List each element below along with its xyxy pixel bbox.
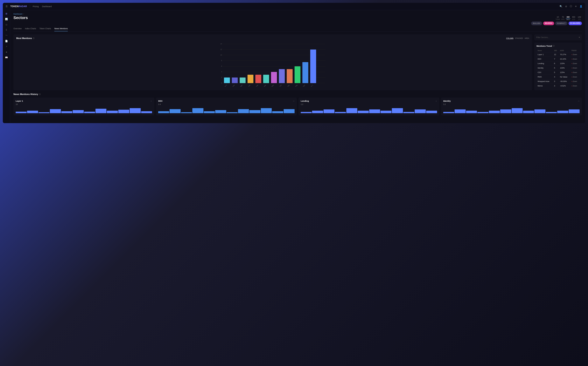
user-icon[interactable]: 👤 xyxy=(580,5,582,8)
svg-text:Stablecoins: Stablecoins xyxy=(244,84,251,87)
trend-cell-name: Meme xyxy=(536,84,553,88)
history-bar xyxy=(346,108,357,113)
tab-news-mentions[interactable]: News Mentions xyxy=(54,27,68,31)
tab-overview[interactable]: Overview xyxy=(13,27,22,31)
trend-info-icon[interactable]: ⓘ xyxy=(553,45,555,47)
main-layout: ⊞ 📊 ◎ $ 〜 📄 ↗ ◈ 📖 Dashboard / Sectors xyxy=(3,10,585,123)
trend-table: Name 30D Δ30D TREND Layer 1 12 70.27% ↘ xyxy=(536,49,580,88)
view-stacked[interactable]: STACKED xyxy=(515,37,523,39)
bar-chart-container: 0 2 4 6 8 10 12 14 xyxy=(16,42,529,87)
history-bar xyxy=(181,112,192,113)
history-bar xyxy=(158,111,169,113)
search-icon[interactable]: 🔍 xyxy=(560,5,562,8)
history-bar xyxy=(403,112,414,113)
history-bar xyxy=(301,112,312,113)
trend-down-arrow-icon: ↘ xyxy=(571,72,572,73)
tag-bullish[interactable]: BULLISH xyxy=(531,22,542,25)
history-info-icon[interactable]: ⓘ xyxy=(39,93,41,96)
trend-tbody: Layer 1 12 70.27% ↘ Down DEX 7 22.22% ↘ … xyxy=(536,52,580,88)
view-area[interactable]: AREA xyxy=(525,37,529,39)
svg-rect-21 xyxy=(263,75,269,83)
history-bar xyxy=(284,109,294,113)
history-sparkline xyxy=(443,107,580,113)
svg-text:2: 2 xyxy=(221,76,222,78)
history-bar xyxy=(261,108,272,113)
time-btn-90d[interactable]: 90D xyxy=(571,15,576,19)
history-card-arrow-icon[interactable]: → xyxy=(293,100,294,102)
svg-rect-20 xyxy=(255,75,261,83)
trend-cell-trend: ↘ Down xyxy=(570,57,580,61)
filter-icon[interactable]: ⊘ xyxy=(565,5,567,8)
sidebar-badge-icon[interactable]: ◈ xyxy=(6,51,7,53)
trend-down-label: ↘ Down xyxy=(571,58,579,60)
history-bar xyxy=(489,111,500,113)
logo-token: TOKEN xyxy=(10,5,18,8)
trend-cell-trend: ↘ Down xyxy=(570,84,580,88)
sidebar-grid-icon[interactable]: ⊞ xyxy=(6,12,7,15)
hamburger-icon[interactable]: ☰ xyxy=(6,5,8,8)
history-bar-group xyxy=(158,107,294,113)
time-btn-12m[interactable]: 12M xyxy=(577,15,582,19)
history-bar xyxy=(534,109,545,113)
tag-exmajors[interactable]: EX-MAJORS xyxy=(569,22,582,25)
history-card-header: DEX → xyxy=(158,100,294,102)
view-column[interactable]: COLUMN xyxy=(506,37,513,39)
chart-title-text: Most Mentions xyxy=(16,37,32,40)
nav-divider xyxy=(30,5,30,8)
time-filters: 1D TODAY 7D WTD 30D MTD 90D xyxy=(531,15,582,25)
trend-cell-delta: -50.00% xyxy=(559,79,570,84)
logo-radar: RADAR xyxy=(18,5,27,8)
sidebar-chart-icon[interactable]: 📊 xyxy=(5,18,8,20)
trend-cell-30d: 5 xyxy=(553,70,559,75)
col-trend: TREND xyxy=(570,49,580,52)
time-btn-7d[interactable]: 7D xyxy=(561,15,565,19)
history-card-arrow-icon[interactable]: → xyxy=(435,100,437,102)
trend-table-row: DEX 7 22.22% ↘ Down xyxy=(536,57,580,61)
trend-down-label: ↘ Down xyxy=(571,62,579,64)
col-30d: 30D xyxy=(553,49,559,52)
trend-cell-delta: 125% xyxy=(559,70,570,75)
tab-index-charts[interactable]: Index Charts xyxy=(25,27,36,31)
history-bar xyxy=(249,110,260,113)
time-btn-1d[interactable]: 1D xyxy=(556,15,560,19)
tag-hiimpact[interactable]: HI-IMPACT xyxy=(555,22,567,25)
history-card: DEX → 2.4 xyxy=(156,98,297,115)
nav-dashboard[interactable]: Dashboard xyxy=(42,5,52,8)
nav-pricing[interactable]: Pricing xyxy=(33,5,39,8)
trend-cell-trend: ↘ Down xyxy=(570,75,580,79)
history-bar xyxy=(358,111,369,113)
sidebar-dollar-icon[interactable]: $ xyxy=(6,29,7,31)
history-sparkline xyxy=(16,107,152,113)
sidebar-file-icon[interactable]: 📄 xyxy=(5,40,8,42)
sidebar-external-icon[interactable]: ↗ xyxy=(6,45,7,48)
history-card-arrow-icon[interactable]: → xyxy=(578,100,580,102)
trend-down-arrow-icon: ↘ xyxy=(571,67,572,69)
time-btn-30d[interactable]: 30D xyxy=(566,15,571,19)
svg-text:Layer 2: Layer 2 xyxy=(223,84,227,87)
nav-links: Pricing Dashboard xyxy=(33,5,52,8)
chart-info-icon[interactable]: ⓘ xyxy=(33,37,34,40)
sidebar-book-icon[interactable]: 📖 xyxy=(5,56,8,59)
history-bar xyxy=(557,111,568,113)
info-icon[interactable]: ⓘ xyxy=(570,5,572,8)
trend-down-arrow-icon: ↘ xyxy=(571,63,572,64)
tab-token-charts[interactable]: Token Charts xyxy=(39,27,51,31)
trend-cell-30d: 3 xyxy=(553,84,559,88)
theme-icon[interactable]: ☀ xyxy=(575,5,577,8)
history-card-arrow-icon[interactable]: → xyxy=(150,100,152,102)
breadcrumb-parent[interactable]: Dashboard xyxy=(13,13,22,15)
trend-title-text: Mentions Trend xyxy=(536,45,552,47)
trend-cell-name: Identity xyxy=(536,66,553,70)
trend-title: Mentions Trend ⓘ xyxy=(536,45,580,47)
tag-bearish[interactable]: BEARISH xyxy=(543,22,554,25)
sidebar-activity-icon[interactable]: 〜 xyxy=(5,34,8,37)
page-header: Sectors 1D TODAY 7D WTD 30D MTD xyxy=(13,15,582,25)
filter-arrow-icon[interactable]: ▾ xyxy=(579,36,580,39)
sidebar-target-icon[interactable]: ◎ xyxy=(6,23,8,26)
svg-rect-25 xyxy=(294,66,301,83)
logo: TOKENRADAR xyxy=(10,5,27,8)
charts-section: Most Mentions ⓘ COLUMN STACKED AREA xyxy=(13,34,582,90)
svg-rect-24 xyxy=(287,69,293,83)
trend-down-label: ↘ Down xyxy=(571,67,579,69)
trend-cell-name: Layer 1 xyxy=(536,52,553,57)
